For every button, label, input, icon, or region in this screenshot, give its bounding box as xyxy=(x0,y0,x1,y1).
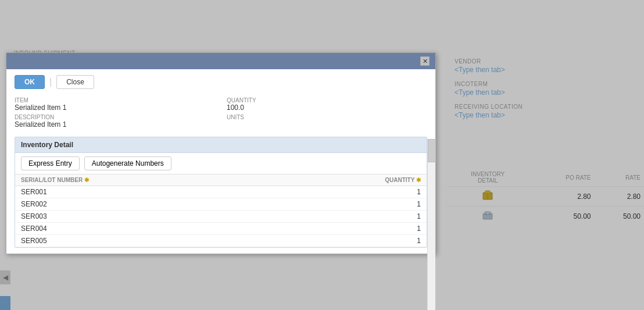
serial-row: SER001 1 xyxy=(15,186,427,198)
serial-row: SER005 1 xyxy=(15,235,427,247)
qty-required-star: ✱ xyxy=(416,177,421,183)
qty-value: 1 xyxy=(273,223,427,235)
item-label: ITEM xyxy=(15,97,215,104)
inventory-detail-toolbar: Express Entry Autogenerate Numbers xyxy=(15,153,427,174)
qty-value: 1 xyxy=(273,186,427,198)
units-field: UNITS xyxy=(227,114,427,129)
quantity-field: QUANTITY 100.0 xyxy=(227,97,427,112)
modal-body: OK | Close ITEM Serialized Item 1 QUANTI… xyxy=(6,69,435,254)
qty-col-header: QUANTITY ✱ xyxy=(273,174,427,186)
quantity-value: 100.0 xyxy=(227,104,427,112)
inventory-detail-section: Inventory Detail Express Entry Autogener… xyxy=(15,137,427,248)
inventory-detail-header: Inventory Detail xyxy=(15,137,427,153)
serial-value: SER003 xyxy=(15,211,273,223)
serial-row: SER004 1 xyxy=(15,223,427,235)
ok-button[interactable]: OK xyxy=(15,75,45,89)
express-entry-button[interactable]: Express Entry xyxy=(21,156,80,170)
item-field: ITEM Serialized Item 1 xyxy=(15,97,215,112)
item-info: ITEM Serialized Item 1 QUANTITY 100.0 DE… xyxy=(15,97,427,129)
modal-header: ✕ xyxy=(6,53,435,69)
description-value: Serialized Item 1 xyxy=(15,120,215,129)
separator: | xyxy=(49,77,52,87)
qty-value: 1 xyxy=(273,198,427,211)
item-value: Serialized Item 1 xyxy=(15,104,215,112)
units-label: UNITS xyxy=(227,114,427,120)
quantity-label: QUANTITY xyxy=(227,97,427,104)
modal-toolbar: OK | Close xyxy=(15,75,427,89)
serial-value: SER004 xyxy=(15,223,273,235)
close-button[interactable]: Close xyxy=(56,75,94,89)
serial-value: SER002 xyxy=(15,198,273,211)
serial-value: SER005 xyxy=(15,235,273,247)
modal-close-icon[interactable]: ✕ xyxy=(420,56,430,66)
serial-table: SERIAL/LOT NUMBER ✱ QUANTITY ✱ SER001 1 … xyxy=(15,174,427,247)
serial-required-star: ✱ xyxy=(84,177,89,183)
serial-value: SER001 xyxy=(15,186,273,198)
qty-value: 1 xyxy=(273,211,427,223)
serial-row: SER003 1 xyxy=(15,211,427,223)
serial-col-header: SERIAL/LOT NUMBER ✱ xyxy=(15,174,273,186)
autogenerate-button[interactable]: Autogenerate Numbers xyxy=(84,156,171,170)
description-field: DESCRIPTION Serialized Item 1 xyxy=(15,114,215,129)
qty-value: 1 xyxy=(273,235,427,247)
modal-dialog: ✕ OK | Close ITEM Serialized Item 1 QUAN… xyxy=(6,52,436,254)
description-label: DESCRIPTION xyxy=(15,114,215,120)
serial-row: SER002 1 xyxy=(15,198,427,211)
scrollbar-track[interactable] xyxy=(427,139,435,310)
scrollbar-thumb[interactable] xyxy=(428,139,436,162)
